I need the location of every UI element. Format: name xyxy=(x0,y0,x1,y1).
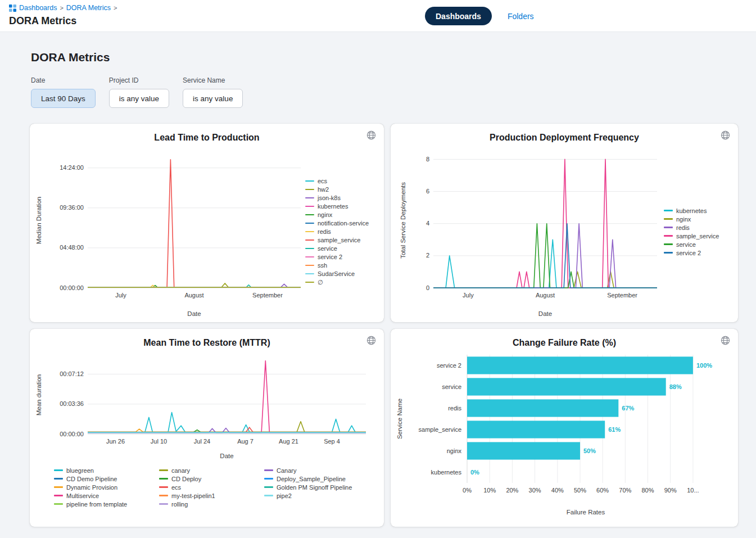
svg-text:6: 6 xyxy=(426,188,429,195)
legend-item[interactable]: SudarService xyxy=(305,270,384,278)
legend-swatch xyxy=(305,282,314,283)
change-failure-rate-chart[interactable]: 0%10%20%30%40%50%60%70%80%90%10...100%se… xyxy=(394,349,738,518)
tab-dashboards[interactable]: Dashboards xyxy=(425,7,492,25)
legend-item[interactable]: Golden PM Signoff Pipeline xyxy=(264,483,384,491)
tile-title: Change Failure Rate (%) xyxy=(391,329,738,348)
svg-text:2: 2 xyxy=(426,252,429,259)
legend-item[interactable]: service xyxy=(305,245,384,253)
svg-text:04:48:00: 04:48:00 xyxy=(60,244,84,251)
legend-item[interactable]: ∅ xyxy=(305,278,384,287)
legend-swatch xyxy=(264,469,273,471)
svg-text:0: 0 xyxy=(426,284,429,291)
tile-change-failure-rate: Change Failure Rate (%) 0%10%20%30%40%50… xyxy=(391,329,738,527)
legend-item[interactable]: service 2 xyxy=(664,248,738,257)
explore-globe-button[interactable] xyxy=(365,130,377,141)
legend-item[interactable]: my-test-pipelin1 xyxy=(159,491,264,500)
legend-item[interactable]: ecs xyxy=(159,483,264,491)
svg-text:40%: 40% xyxy=(551,487,564,494)
legend-item[interactable]: rolling xyxy=(159,500,264,508)
legend-item[interactable]: ssh xyxy=(305,261,384,270)
legend-swatch xyxy=(664,235,673,237)
mttr-chart[interactable]: 00:00:0000:03:3600:07:12Jun 26Jul 10Jul … xyxy=(34,349,374,462)
legend-item[interactable]: nginx xyxy=(664,215,738,223)
svg-text:20%: 20% xyxy=(506,487,518,494)
legend-item[interactable]: pipeline from template xyxy=(54,500,159,508)
breadcrumb-link-dashboards[interactable]: Dashboards xyxy=(19,4,57,12)
legend-swatch xyxy=(305,223,314,224)
explore-globe-button[interactable] xyxy=(719,130,731,141)
legend-swatch xyxy=(664,243,673,245)
legend-item[interactable]: Dynamic Provision xyxy=(54,483,159,491)
legend-swatch xyxy=(264,478,273,480)
legend-item[interactable]: json-k8s xyxy=(305,194,384,202)
explore-globe-button[interactable] xyxy=(719,335,731,346)
legend-item[interactable]: notification-service xyxy=(305,219,384,228)
legend-item[interactable]: kubernetes xyxy=(305,202,384,211)
legend-item[interactable]: service 2 xyxy=(305,253,384,261)
legend-swatch xyxy=(664,210,673,211)
legend-label: ∅ xyxy=(318,279,323,286)
filter-service-name: Service Name is any value xyxy=(183,76,243,108)
svg-text:Jul 10: Jul 10 xyxy=(151,438,167,445)
svg-text:60%: 60% xyxy=(596,487,609,494)
legend-item[interactable]: service xyxy=(664,240,738,248)
filter-date-value-button[interactable]: Last 90 Days xyxy=(31,89,96,108)
legend-item[interactable]: CD Deploy xyxy=(159,474,264,483)
svg-text:nginx: nginx xyxy=(447,447,462,454)
legend-item[interactable]: canary xyxy=(159,466,264,474)
legend-item[interactable]: hw2 xyxy=(305,186,384,194)
svg-text:14:24:00: 14:24:00 xyxy=(60,164,84,171)
legend-item[interactable]: kubernetes xyxy=(664,206,738,215)
legend-item[interactable]: sample_service xyxy=(305,236,384,245)
legend-swatch xyxy=(159,478,168,480)
tile-title: Production Deployment Frequency xyxy=(391,124,738,143)
legend-item[interactable]: ecs xyxy=(305,177,384,186)
legend-swatch xyxy=(305,239,314,241)
dashboard-heading: DORA Metrics xyxy=(31,51,756,64)
legend-label: sample_service xyxy=(318,237,360,243)
legend-swatch xyxy=(305,248,314,250)
legend-label: my-test-pipelin1 xyxy=(171,492,215,499)
tab-folders[interactable]: Folders xyxy=(508,12,534,21)
legend-swatch xyxy=(305,214,314,216)
svg-text:50%: 50% xyxy=(583,447,596,454)
breadcrumb-link-dora-metrics[interactable]: DORA Metrics xyxy=(66,4,111,12)
legend-label: pipe2 xyxy=(277,492,292,499)
legend-label: kubernetes xyxy=(318,203,348,210)
legend-item[interactable]: Canary xyxy=(264,466,384,474)
legend-item[interactable]: nginx xyxy=(305,211,384,219)
explore-globe-button[interactable] xyxy=(365,335,377,346)
legend-item[interactable]: sample_service xyxy=(664,232,738,240)
legend-label: redis xyxy=(676,224,690,231)
legend-label: CD Deploy xyxy=(171,476,201,482)
tile-title: Lead Time to Production xyxy=(30,124,384,143)
legend-swatch xyxy=(264,486,273,488)
legend-label: Deploy_Sample_Pipeline xyxy=(277,476,346,482)
globe-icon xyxy=(720,335,731,346)
legend-item[interactable]: bluegreen xyxy=(54,466,159,474)
breadcrumb-separator: > xyxy=(114,4,117,11)
breadcrumb: Dashboards > DORA Metrics > xyxy=(9,4,117,12)
legend-item[interactable]: CD Demo Pipeline xyxy=(54,474,159,483)
legend-item[interactable]: Multiservice xyxy=(54,491,159,500)
page-title: DORA Metrics xyxy=(9,15,76,27)
legend-item[interactable]: pipe2 xyxy=(264,491,384,500)
legend-item[interactable]: redis xyxy=(305,228,384,236)
filter-service-name-value-button[interactable]: is any value xyxy=(183,89,243,108)
legend-label: json-k8s xyxy=(318,195,341,201)
legend-swatch xyxy=(54,503,63,505)
legend-swatch xyxy=(159,503,168,505)
legend-swatch xyxy=(305,206,314,207)
deployment-frequency-chart[interactable]: 02468JulyAugustSeptemberDateTotal Servic… xyxy=(399,144,663,319)
mttr-legend: bluegreenCD Demo PipelineDynamic Provisi… xyxy=(54,466,384,508)
legend-label: Dynamic Provision xyxy=(66,484,117,491)
svg-text:service 2: service 2 xyxy=(437,362,461,369)
legend-item[interactable]: Deploy_Sample_Pipeline xyxy=(264,474,384,483)
top-header: Dashboards > DORA Metrics > DORA Metrics… xyxy=(0,0,756,32)
filter-project-id-value-button[interactable]: is any value xyxy=(109,89,169,108)
lead-time-chart[interactable]: 00:00:0004:48:0009:36:0014:24:00JulyAugu… xyxy=(34,144,304,319)
svg-text:Date: Date xyxy=(187,310,201,317)
svg-text:09:36:00: 09:36:00 xyxy=(60,204,84,211)
legend-item[interactable]: redis xyxy=(664,223,738,232)
filter-date-label: Date xyxy=(31,76,96,84)
